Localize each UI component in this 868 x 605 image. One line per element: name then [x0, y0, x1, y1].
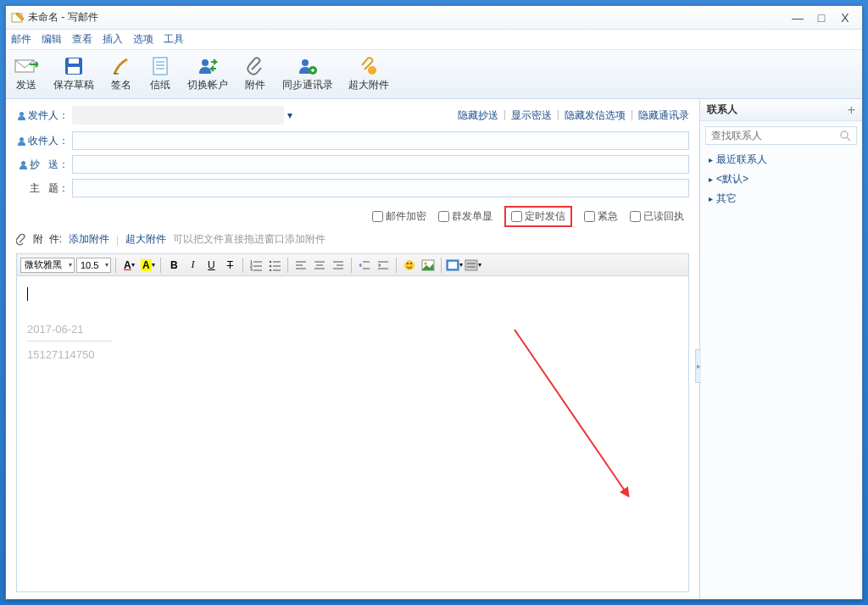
- indent-button[interactable]: [375, 257, 392, 274]
- send-options-row: 邮件加密 群发单显 定时发信 紧急 已读回执: [16, 208, 689, 225]
- maximize-button[interactable]: □: [810, 9, 833, 26]
- text-cursor: [27, 287, 28, 301]
- svg-point-51: [841, 131, 848, 138]
- show-bcc-link[interactable]: 显示密送: [511, 108, 552, 123]
- svg-point-12: [368, 66, 376, 75]
- sync-contacts-button[interactable]: 同步通讯录: [282, 56, 333, 92]
- svg-line-52: [847, 137, 850, 141]
- screenshot-button[interactable]: ▾: [446, 257, 463, 274]
- svg-point-24: [270, 264, 271, 266]
- sender-value[interactable]: [72, 106, 284, 125]
- svg-point-10: [302, 59, 309, 66]
- signature-button[interactable]: 签名: [109, 56, 133, 92]
- align-center-button[interactable]: [311, 257, 328, 274]
- subject-input[interactable]: [72, 179, 689, 197]
- image-button[interactable]: [420, 257, 437, 274]
- person-icon: [17, 111, 26, 120]
- contact-group-recent[interactable]: ▸最近联系人: [700, 150, 862, 169]
- stationery-button[interactable]: 信纸: [148, 56, 172, 92]
- compose-icon: [11, 11, 25, 25]
- sender-dropdown-icon[interactable]: ▾: [287, 109, 292, 121]
- window-title: 未命名 - 写邮件: [28, 10, 98, 25]
- menu-mail[interactable]: 邮件: [11, 32, 31, 47]
- ordered-list-button[interactable]: 123: [248, 257, 264, 274]
- close-button[interactable]: X: [833, 9, 857, 26]
- paperclip-icon: [243, 56, 267, 76]
- editor-toolbar: 微软雅黑 10.5 A▾ A▾ B I U T 123: [16, 253, 689, 275]
- contact-group-default[interactable]: ▸<默认>: [700, 169, 862, 189]
- align-right-button[interactable]: [330, 257, 347, 274]
- unordered-list-button[interactable]: [266, 257, 283, 274]
- signature-divider: [27, 341, 112, 341]
- attach-hint: 可以把文件直接拖进窗口添加附件: [173, 232, 326, 247]
- huge-attach-icon: [357, 56, 381, 76]
- emoji-button[interactable]: [401, 257, 418, 274]
- svg-rect-5: [153, 58, 167, 75]
- attachment-button[interactable]: 附件: [243, 56, 267, 92]
- hide-contacts-link[interactable]: 隐藏通讯录: [638, 108, 689, 123]
- contacts-panel: 联系人 + ▸最近联系人 ▸<默认> ▸其它: [699, 99, 862, 599]
- save-draft-button[interactable]: 保存草稿: [53, 56, 94, 92]
- cc-input[interactable]: [72, 155, 689, 174]
- schedule-highlight: 定时发信: [504, 206, 572, 227]
- sync-contacts-icon: [296, 56, 320, 76]
- sender-row: 发件人： ▾ 隐藏抄送 | 显示密送 | 隐藏发信选项 | 隐藏通讯录: [16, 106, 689, 125]
- hide-send-options-link[interactable]: 隐藏发信选项: [565, 108, 626, 123]
- background-color-button[interactable]: A▾: [139, 257, 156, 274]
- add-attachment-link[interactable]: 添加附件: [69, 232, 109, 247]
- recipient-input[interactable]: [72, 131, 689, 150]
- save-icon: [62, 56, 86, 76]
- recipient-label: 收件人：: [16, 134, 69, 148]
- compose-area: 发件人： ▾ 隐藏抄送 | 显示密送 | 隐藏发信选项 | 隐藏通讯录 收件人：: [6, 99, 699, 599]
- huge-attachment-link[interactable]: 超大附件: [125, 232, 166, 247]
- menu-insert[interactable]: 插入: [103, 32, 123, 47]
- single-show-checkbox[interactable]: 群发单显: [438, 209, 492, 224]
- font-selector[interactable]: 微软雅黑: [20, 258, 75, 273]
- add-contact-button[interactable]: +: [848, 103, 855, 118]
- svg-point-45: [425, 262, 427, 264]
- outdent-button[interactable]: [356, 257, 373, 274]
- contacts-header: 联系人 +: [700, 99, 862, 121]
- receipt-checkbox[interactable]: 已读回执: [630, 209, 684, 224]
- recipient-row: 收件人：: [16, 131, 689, 150]
- cc-row: 抄 送：: [16, 155, 689, 174]
- toolbar: 发送 保存草稿 签名 信纸 切换帐户 附件 同步通讯录 超大附件: [6, 50, 862, 99]
- signature-phone: 15127114750: [27, 348, 678, 361]
- send-button[interactable]: 发送: [14, 56, 38, 92]
- menu-edit[interactable]: 编辑: [42, 32, 62, 47]
- signature-date: 2017-06-21: [27, 323, 678, 336]
- encrypt-checkbox[interactable]: 邮件加密: [372, 209, 426, 224]
- menu-options[interactable]: 选项: [133, 32, 153, 47]
- svg-point-14: [19, 137, 24, 142]
- contacts-search[interactable]: [705, 126, 857, 145]
- svg-point-15: [21, 161, 25, 165]
- attach-label: 附 件:: [33, 232, 62, 247]
- panel-collapse-handle[interactable]: ▸: [695, 349, 701, 383]
- more-button[interactable]: ▾: [465, 257, 481, 274]
- minimize-button[interactable]: —: [786, 9, 810, 26]
- subject-row: 主 题：: [16, 179, 689, 197]
- contact-group-other[interactable]: ▸其它: [700, 189, 862, 208]
- bold-button[interactable]: B: [165, 257, 182, 274]
- svg-point-42: [407, 263, 409, 264]
- svg-point-26: [270, 269, 271, 270]
- underline-button[interactable]: U: [203, 257, 220, 274]
- italic-button[interactable]: I: [184, 257, 201, 274]
- editor-body[interactable]: 2017-06-21 15127114750: [16, 275, 689, 592]
- font-size-selector[interactable]: 10.5: [76, 258, 111, 273]
- svg-point-41: [404, 260, 415, 270]
- strikethrough-button[interactable]: T: [221, 257, 238, 274]
- hide-cc-link[interactable]: 隐藏抄送: [458, 108, 498, 123]
- schedule-checkbox[interactable]: 定时发信: [511, 209, 565, 224]
- menu-view[interactable]: 查看: [72, 32, 92, 47]
- urgent-checkbox[interactable]: 紧急: [584, 209, 618, 224]
- contacts-search-input[interactable]: [711, 130, 840, 142]
- cc-label: 抄 送：: [16, 158, 69, 172]
- align-left-button[interactable]: [292, 257, 309, 274]
- huge-attachment-button[interactable]: 超大附件: [348, 56, 389, 92]
- svg-rect-3: [69, 58, 79, 64]
- font-color-button[interactable]: A▾: [120, 257, 137, 274]
- svg-rect-48: [465, 260, 477, 270]
- switch-account-button[interactable]: 切换帐户: [187, 56, 228, 92]
- menu-tools[interactable]: 工具: [164, 32, 184, 47]
